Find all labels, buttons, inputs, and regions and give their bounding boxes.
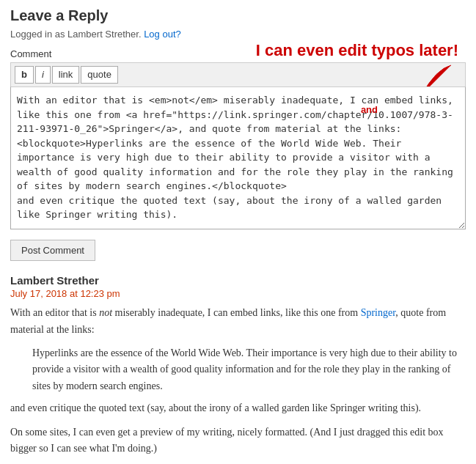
comment-section: Lambert Strether July 17, 2018 at 12:23 …	[10, 274, 466, 464]
comment-paragraph-1: With an editor that is not miserably ina…	[10, 305, 466, 338]
comment-date: July 17, 2018 at 12:23 pm	[10, 288, 466, 299]
comment-p1-post: miserably inadequate, I can embed links,…	[112, 307, 361, 318]
bold-button[interactable]: b	[15, 66, 34, 84]
comment-textarea[interactable]: With an editor that is <em>not</em> mise…	[10, 86, 466, 229]
comment-p1-italic: not	[99, 307, 112, 318]
comment-paragraph-3: On some sites, I can even get a preview …	[10, 424, 466, 457]
commenter-name: Lambert Strether	[10, 274, 466, 287]
link-button[interactable]: link	[52, 66, 80, 84]
springer-link[interactable]: Springer	[361, 307, 396, 318]
post-comment-button[interactable]: Post Comment	[10, 240, 95, 261]
quote-button[interactable]: quote	[81, 66, 118, 84]
comment-paragraph-2: and even critique the quoted text (say, …	[10, 400, 466, 416]
comment-blockquote: Hyperlinks are the essence of the World …	[32, 345, 466, 394]
comment-toolbar: b i link quote	[10, 62, 466, 86]
logged-in-text: Logged in as Lambert Strether.	[10, 29, 142, 40]
logged-in-notice: Logged in as Lambert Strether. Log out?	[10, 29, 466, 40]
textarea-wrapper: With an editor that is <em>not</em> mise…	[10, 86, 466, 232]
comment-p1-pre: With an editor that is	[10, 307, 99, 318]
page-title: Leave a Reply	[10, 7, 466, 24]
comment-body: With an editor that is not miserably ina…	[10, 305, 466, 464]
italic-button[interactable]: i	[35, 66, 51, 84]
logout-link[interactable]: Log out?	[144, 29, 181, 40]
comment-label: Comment	[10, 48, 466, 59]
post-comment-wrapper: Post Comment	[10, 232, 466, 261]
